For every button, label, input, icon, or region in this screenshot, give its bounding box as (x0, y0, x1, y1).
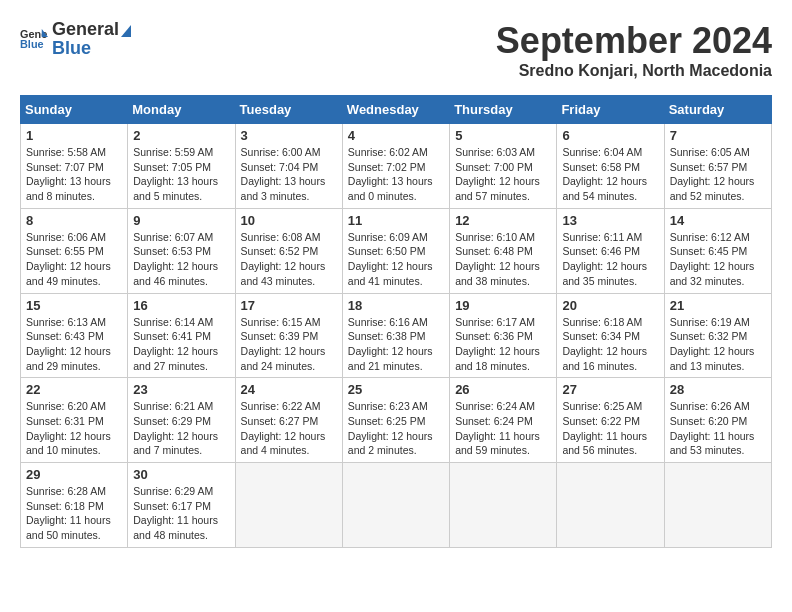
calendar-cell: 11 Sunrise: 6:09 AM Sunset: 6:50 PM Dayl… (342, 208, 449, 293)
week-row-1: 1 Sunrise: 5:58 AM Sunset: 7:07 PM Dayli… (21, 124, 772, 209)
day-number: 30 (133, 467, 229, 482)
sunrise-label: Sunrise: 6:05 AM (670, 146, 750, 158)
sunrise-label: Sunrise: 6:21 AM (133, 400, 213, 412)
day-info: Sunrise: 5:59 AM Sunset: 7:05 PM Dayligh… (133, 145, 229, 204)
weekday-header-row: SundayMondayTuesdayWednesdayThursdayFrid… (21, 96, 772, 124)
day-info: Sunrise: 6:05 AM Sunset: 6:57 PM Dayligh… (670, 145, 766, 204)
day-info: Sunrise: 6:21 AM Sunset: 6:29 PM Dayligh… (133, 399, 229, 458)
sunrise-label: Sunrise: 6:20 AM (26, 400, 106, 412)
sunrise-label: Sunrise: 6:22 AM (241, 400, 321, 412)
daylight-label: Daylight: 12 hours and 13 minutes. (670, 345, 755, 372)
sunset-label: Sunset: 6:32 PM (670, 330, 748, 342)
calendar-cell: 17 Sunrise: 6:15 AM Sunset: 6:39 PM Dayl… (235, 293, 342, 378)
calendar-table: SundayMondayTuesdayWednesdayThursdayFrid… (20, 95, 772, 548)
calendar-cell: 13 Sunrise: 6:11 AM Sunset: 6:46 PM Dayl… (557, 208, 664, 293)
daylight-label: Daylight: 12 hours and 16 minutes. (562, 345, 647, 372)
day-info: Sunrise: 6:03 AM Sunset: 7:00 PM Dayligh… (455, 145, 551, 204)
day-info: Sunrise: 6:23 AM Sunset: 6:25 PM Dayligh… (348, 399, 444, 458)
daylight-label: Daylight: 13 hours and 8 minutes. (26, 175, 111, 202)
sunrise-label: Sunrise: 6:17 AM (455, 316, 535, 328)
daylight-label: Daylight: 12 hours and 46 minutes. (133, 260, 218, 287)
daylight-label: Daylight: 12 hours and 24 minutes. (241, 345, 326, 372)
daylight-label: Daylight: 12 hours and 21 minutes. (348, 345, 433, 372)
calendar-cell: 18 Sunrise: 6:16 AM Sunset: 6:38 PM Dayl… (342, 293, 449, 378)
sunset-label: Sunset: 6:34 PM (562, 330, 640, 342)
sunset-label: Sunset: 7:02 PM (348, 161, 426, 173)
calendar-cell: 4 Sunrise: 6:02 AM Sunset: 7:02 PM Dayli… (342, 124, 449, 209)
sunset-label: Sunset: 6:48 PM (455, 245, 533, 257)
calendar-cell: 1 Sunrise: 5:58 AM Sunset: 7:07 PM Dayli… (21, 124, 128, 209)
calendar-cell: 9 Sunrise: 6:07 AM Sunset: 6:53 PM Dayli… (128, 208, 235, 293)
sunrise-label: Sunrise: 6:29 AM (133, 485, 213, 497)
sunset-label: Sunset: 6:20 PM (670, 415, 748, 427)
calendar-cell: 21 Sunrise: 6:19 AM Sunset: 6:32 PM Dayl… (664, 293, 771, 378)
daylight-label: Daylight: 12 hours and 32 minutes. (670, 260, 755, 287)
sunrise-label: Sunrise: 6:23 AM (348, 400, 428, 412)
day-number: 16 (133, 298, 229, 313)
day-number: 1 (26, 128, 122, 143)
daylight-label: Daylight: 13 hours and 0 minutes. (348, 175, 433, 202)
day-number: 23 (133, 382, 229, 397)
sunrise-label: Sunrise: 6:07 AM (133, 231, 213, 243)
daylight-label: Daylight: 12 hours and 27 minutes. (133, 345, 218, 372)
day-number: 27 (562, 382, 658, 397)
daylight-label: Daylight: 12 hours and 38 minutes. (455, 260, 540, 287)
day-info: Sunrise: 6:09 AM Sunset: 6:50 PM Dayligh… (348, 230, 444, 289)
sunrise-label: Sunrise: 6:19 AM (670, 316, 750, 328)
sunset-label: Sunset: 6:45 PM (670, 245, 748, 257)
sunset-label: Sunset: 6:53 PM (133, 245, 211, 257)
day-number: 13 (562, 213, 658, 228)
day-number: 26 (455, 382, 551, 397)
calendar-cell: 7 Sunrise: 6:05 AM Sunset: 6:57 PM Dayli… (664, 124, 771, 209)
sunrise-label: Sunrise: 6:14 AM (133, 316, 213, 328)
sunset-label: Sunset: 7:07 PM (26, 161, 104, 173)
header-tuesday: Tuesday (235, 96, 342, 124)
sunset-label: Sunset: 6:58 PM (562, 161, 640, 173)
logo-icon: General Blue (20, 26, 48, 54)
header-sunday: Sunday (21, 96, 128, 124)
daylight-label: Daylight: 12 hours and 7 minutes. (133, 430, 218, 457)
day-number: 15 (26, 298, 122, 313)
daylight-label: Daylight: 11 hours and 56 minutes. (562, 430, 647, 457)
sunset-label: Sunset: 7:05 PM (133, 161, 211, 173)
day-info: Sunrise: 6:26 AM Sunset: 6:20 PM Dayligh… (670, 399, 766, 458)
day-info: Sunrise: 6:16 AM Sunset: 6:38 PM Dayligh… (348, 315, 444, 374)
day-number: 12 (455, 213, 551, 228)
sunrise-label: Sunrise: 6:06 AM (26, 231, 106, 243)
day-info: Sunrise: 6:24 AM Sunset: 6:24 PM Dayligh… (455, 399, 551, 458)
day-number: 28 (670, 382, 766, 397)
header-thursday: Thursday (450, 96, 557, 124)
sunset-label: Sunset: 6:55 PM (26, 245, 104, 257)
day-number: 17 (241, 298, 337, 313)
sunrise-label: Sunrise: 6:28 AM (26, 485, 106, 497)
calendar-cell: 22 Sunrise: 6:20 AM Sunset: 6:31 PM Dayl… (21, 378, 128, 463)
sunrise-label: Sunrise: 6:24 AM (455, 400, 535, 412)
day-info: Sunrise: 6:28 AM Sunset: 6:18 PM Dayligh… (26, 484, 122, 543)
logo: General Blue General Blue (20, 20, 131, 59)
calendar-cell: 6 Sunrise: 6:04 AM Sunset: 6:58 PM Dayli… (557, 124, 664, 209)
logo-blue-text: Blue (52, 38, 91, 58)
day-info: Sunrise: 6:17 AM Sunset: 6:36 PM Dayligh… (455, 315, 551, 374)
sunrise-label: Sunrise: 6:09 AM (348, 231, 428, 243)
title-area: September 2024 Sredno Konjari, North Mac… (496, 20, 772, 80)
calendar-cell: 23 Sunrise: 6:21 AM Sunset: 6:29 PM Dayl… (128, 378, 235, 463)
day-number: 14 (670, 213, 766, 228)
day-info: Sunrise: 6:15 AM Sunset: 6:39 PM Dayligh… (241, 315, 337, 374)
day-info: Sunrise: 6:19 AM Sunset: 6:32 PM Dayligh… (670, 315, 766, 374)
calendar-cell: 3 Sunrise: 6:00 AM Sunset: 7:04 PM Dayli… (235, 124, 342, 209)
calendar-cell: 12 Sunrise: 6:10 AM Sunset: 6:48 PM Dayl… (450, 208, 557, 293)
sunset-label: Sunset: 6:52 PM (241, 245, 319, 257)
sunrise-label: Sunrise: 6:00 AM (241, 146, 321, 158)
day-number: 18 (348, 298, 444, 313)
daylight-label: Daylight: 11 hours and 53 minutes. (670, 430, 755, 457)
day-number: 10 (241, 213, 337, 228)
daylight-label: Daylight: 12 hours and 29 minutes. (26, 345, 111, 372)
calendar-cell: 24 Sunrise: 6:22 AM Sunset: 6:27 PM Dayl… (235, 378, 342, 463)
logo-flag (121, 25, 131, 37)
daylight-label: Daylight: 12 hours and 18 minutes. (455, 345, 540, 372)
day-info: Sunrise: 6:02 AM Sunset: 7:02 PM Dayligh… (348, 145, 444, 204)
day-number: 24 (241, 382, 337, 397)
sunrise-label: Sunrise: 6:12 AM (670, 231, 750, 243)
sunrise-label: Sunrise: 5:58 AM (26, 146, 106, 158)
week-row-2: 8 Sunrise: 6:06 AM Sunset: 6:55 PM Dayli… (21, 208, 772, 293)
